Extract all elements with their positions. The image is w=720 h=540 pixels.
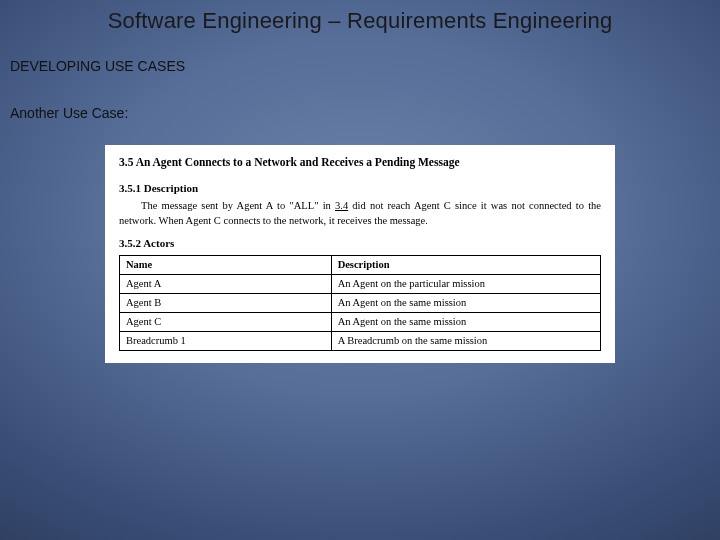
table-row: Agent C An Agent on the same mission xyxy=(120,313,601,332)
actor-description: An Agent on the particular mission xyxy=(331,274,600,293)
actor-description: An Agent on the same mission xyxy=(331,313,600,332)
description-label: 3.5.1 Description xyxy=(119,181,601,196)
description-ref-link[interactable]: 3.4 xyxy=(335,200,348,211)
actors-label: 3.5.2 Actors xyxy=(119,236,601,251)
actor-name: Agent C xyxy=(120,313,332,332)
actor-name: Breadcrumb 1 xyxy=(120,332,332,351)
slide: Software Engineering – Requirements Engi… xyxy=(0,0,720,540)
actor-name: Agent A xyxy=(120,274,332,293)
page-title: Software Engineering – Requirements Engi… xyxy=(0,8,720,34)
actor-name: Agent B xyxy=(120,293,332,312)
usecase-heading: 3.5 An Agent Connects to a Network and R… xyxy=(119,155,601,171)
table-header-row: Name Description xyxy=(120,255,601,274)
section-heading: DEVELOPING USE CASES xyxy=(10,58,185,74)
actors-table: Name Description Agent A An Agent on the… xyxy=(119,255,601,352)
table-row: Breadcrumb 1 A Breadcrumb on the same mi… xyxy=(120,332,601,351)
subheading: Another Use Case: xyxy=(10,105,128,121)
header-description: Description xyxy=(331,255,600,274)
header-name: Name xyxy=(120,255,332,274)
actor-description: A Breadcrumb on the same mission xyxy=(331,332,600,351)
usecase-title-text: An Agent Connects to a Network and Recei… xyxy=(136,156,460,168)
table-row: Agent B An Agent on the same mission xyxy=(120,293,601,312)
description-pre: The message sent by Agent A to "ALL" in xyxy=(141,200,335,211)
usecase-number: 3.5 xyxy=(119,156,133,168)
description-body: The message sent by Agent A to "ALL" in … xyxy=(119,199,601,227)
document-panel: 3.5 An Agent Connects to a Network and R… xyxy=(105,145,615,363)
actor-description: An Agent on the same mission xyxy=(331,293,600,312)
table-row: Agent A An Agent on the particular missi… xyxy=(120,274,601,293)
